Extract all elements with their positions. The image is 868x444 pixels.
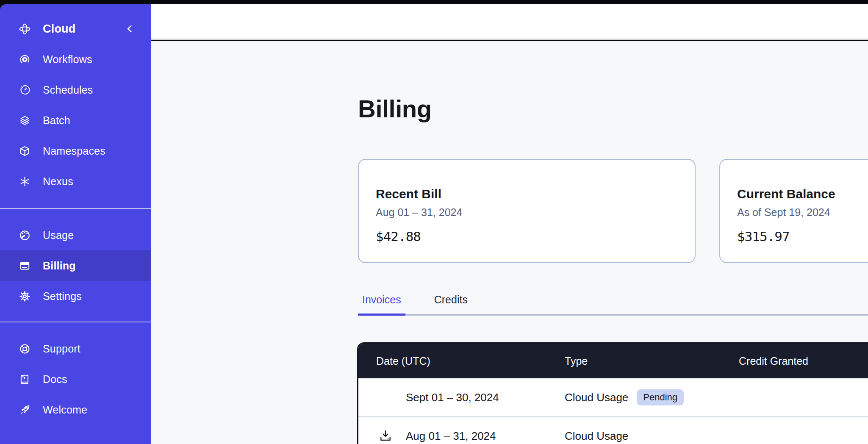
page-title: Billing <box>358 94 432 123</box>
invoice-date: Sept 01 – 30, 2024 <box>358 391 565 404</box>
sidebar-item-billing[interactable]: Billing <box>0 250 151 281</box>
table-row: Sept 01 – 30, 2024 Cloud Usage Pending <box>358 378 868 416</box>
sidebar-item-usage[interactable]: Usage <box>0 220 151 250</box>
recent-bill-card: Recent Bill Aug 01 – 31, 2024 $42.88 <box>358 159 696 263</box>
sidebar: Cloud Workflows Schedules Batch <box>0 4 151 444</box>
card-title: Recent Bill <box>376 187 678 201</box>
billing-tabbar: Invoices Credits <box>358 294 868 316</box>
temporal-cloud-icon <box>19 23 31 35</box>
sidebar-item-support[interactable]: Support <box>0 333 151 364</box>
sidebar-item-docs[interactable]: Docs <box>0 364 151 394</box>
usage-gauge-icon <box>19 229 31 241</box>
sidebar-item-label: Namespaces <box>43 145 105 157</box>
sidebar-item-label: Usage <box>43 229 74 241</box>
batch-layers-icon <box>19 114 31 127</box>
card-subtitle: As of Sept 19, 2024 <box>737 206 868 219</box>
invoice-date-text: Aug 01 – 31, 2024 <box>406 430 496 442</box>
table-row: Aug 01 – 31, 2024 Cloud Usage <box>358 416 868 444</box>
sidebar-divider <box>0 208 151 209</box>
card-subtitle: Aug 01 – 31, 2024 <box>376 206 678 219</box>
column-header-credit-granted: Credit Granted <box>739 355 868 367</box>
app-window: Cloud Workflows Schedules Batch <box>0 0 868 444</box>
card-title: Current Balance <box>737 187 868 201</box>
current-balance-card: Current Balance As of Sept 19, 2024 $315… <box>719 159 868 263</box>
sidebar-item-label: Workflows <box>43 53 92 66</box>
sidebar-item-label: Schedules <box>43 84 93 96</box>
sidebar-divider <box>0 322 151 322</box>
sidebar-item-label: Batch <box>43 114 70 127</box>
sidebar-item-label: Docs <box>43 373 67 386</box>
sidebar-item-label: Support <box>43 343 80 355</box>
tab-invoices[interactable]: Invoices <box>358 294 405 316</box>
download-icon[interactable] <box>379 429 392 443</box>
invoice-date: Aug 01 – 31, 2024 <box>358 430 565 443</box>
tab-credits[interactable]: Credits <box>430 294 472 316</box>
sidebar-header-label: Cloud <box>43 22 75 36</box>
billing-card-icon <box>19 260 31 272</box>
sidebar-header-cloud[interactable]: Cloud <box>0 17 151 41</box>
status-badge: Pending <box>637 389 684 405</box>
invoice-type: Cloud Usage <box>565 391 628 404</box>
sidebar-item-label: Welcome <box>43 404 87 416</box>
top-header-bar <box>151 4 868 40</box>
chevron-left-icon[interactable] <box>124 23 135 34</box>
settings-gear-icon <box>19 290 31 302</box>
main-content: Billing Recent Bill Aug 01 – 31, 2024 $4… <box>151 41 868 444</box>
card-amount: $42.88 <box>376 229 678 244</box>
support-lifebuoy-icon <box>19 343 31 355</box>
welcome-rocket-icon <box>19 404 31 416</box>
nexus-asterisk-icon <box>19 175 31 188</box>
sidebar-item-namespaces[interactable]: Namespaces <box>0 136 151 166</box>
sidebar-item-label: Settings <box>43 290 82 302</box>
sidebar-item-nexus[interactable]: Nexus <box>0 166 151 197</box>
sidebar-item-workflows[interactable]: Workflows <box>0 44 151 75</box>
workflows-spiral-icon <box>19 53 31 66</box>
invoice-type: Cloud Usage <box>565 430 628 443</box>
sidebar-item-label: Nexus <box>43 175 73 188</box>
column-header-type: Type <box>565 355 739 367</box>
sidebar-item-schedules[interactable]: Schedules <box>0 75 151 105</box>
sidebar-item-label: Billing <box>43 260 76 272</box>
namespaces-cube-icon <box>19 145 31 157</box>
column-header-date: Date (UTC) <box>358 355 565 367</box>
sidebar-item-settings[interactable]: Settings <box>0 281 151 311</box>
invoices-table: Date (UTC) Type Credit Granted Sept 01 –… <box>357 342 868 444</box>
docs-book-icon <box>19 373 31 386</box>
table-header-row: Date (UTC) Type Credit Granted <box>358 344 868 378</box>
card-amount: $315.97 <box>737 229 868 244</box>
sidebar-item-batch[interactable]: Batch <box>0 105 151 136</box>
sidebar-item-welcome[interactable]: Welcome <box>0 394 151 425</box>
schedules-clock-icon <box>19 84 31 96</box>
